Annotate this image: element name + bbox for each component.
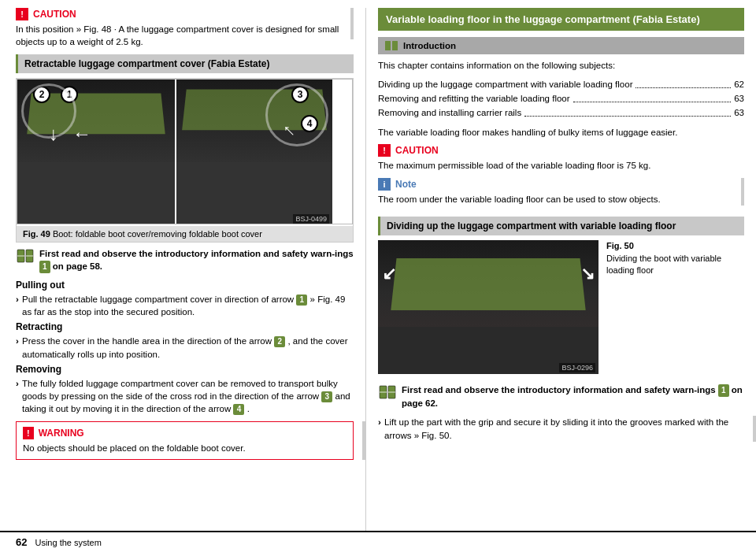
- floor-text: The variable loading floor makes handlin…: [378, 126, 744, 139]
- removing-text-c: .: [247, 404, 250, 413]
- removing-section: Removing The fully folded luggage compar…: [16, 364, 354, 415]
- figure-50-caption: Fig. 50 Dividing the boot with variable …: [606, 240, 744, 276]
- dividing-bullet: Lift up the part with the grip and secur…: [378, 416, 744, 441]
- pulling-out-bullet: Pull the retractable luggage compartment…: [16, 293, 354, 318]
- note-label: Note: [395, 179, 417, 190]
- figure-50-caption-area: Fig. 50 Dividing the boot with variable …: [606, 240, 744, 276]
- left-arrow: ←: [72, 123, 91, 145]
- right-read-warning: First read and observe the introductory …: [378, 383, 744, 409]
- warning-label: WARNING: [39, 428, 84, 439]
- right-caution-box: ! CAUTION The maximum permissible load o…: [378, 144, 744, 172]
- caution-box-top: ! CAUTION In this position » Fig. 48 · A…: [16, 8, 354, 48]
- caution-icon: !: [16, 8, 28, 20]
- figure-50-caption-bold: Fig. 50: [606, 241, 634, 250]
- figure-50-img-wrapper: ↙ ↘ BSJ-0296: [378, 240, 598, 377]
- read-badge: 1: [39, 261, 50, 273]
- figure-retractable: 1 2 ↓ ← 3: [16, 78, 354, 243]
- right-caution-text: The maximum permissible load of the vari…: [378, 159, 650, 172]
- subsection-intro: Introduction: [378, 37, 744, 54]
- right-column: Variable loading floor in the luggage co…: [366, 8, 756, 531]
- figure-50-image: ↙ ↘ BSJ-0296: [378, 240, 598, 374]
- retracting-title: Retracting: [16, 321, 354, 332]
- toc-text-1: Dividing up the luggage compartment with…: [378, 78, 632, 91]
- note-section: i Note The room under the variable loadi…: [378, 178, 744, 211]
- note-icon: i: [378, 178, 391, 191]
- section-header-variable: Variable loading floor in the luggage co…: [378, 8, 744, 31]
- dividing-bullet-wrapper: Lift up the part with the grip and secur…: [378, 416, 744, 441]
- svg-rect-4: [385, 41, 391, 50]
- retracting-section: Retracting Press the cover in the handle…: [16, 321, 354, 360]
- figure-50-caption-text: Dividing the boot with variable loading …: [606, 254, 721, 275]
- warning-icon: !: [23, 427, 34, 439]
- intro-label: Introduction: [403, 41, 456, 50]
- toc-text-2: Removing and refitting the variable load…: [378, 92, 570, 105]
- figure-right-half: 3 4 ↑ BSJ-0499: [175, 80, 332, 224]
- toc-list: Dividing up the luggage compartment with…: [378, 77, 744, 120]
- right-caution-label: CAUTION: [395, 145, 439, 156]
- pulling-out-title: Pulling out: [16, 280, 354, 291]
- book-icon-small: [384, 40, 398, 51]
- toc-dots-3: [524, 106, 731, 117]
- warning-header: ! WARNING: [23, 427, 346, 439]
- retracting-bullet: Press the cover in the handle area in th…: [16, 335, 354, 360]
- read-warning-text: First read and observe the introductory …: [39, 247, 354, 273]
- book-icon-right: [378, 384, 397, 400]
- figure-caption-desc: Boot: foldable boot cover/removing folda…: [53, 229, 262, 239]
- caution-text: In this position » Fig. 48 · A the lugga…: [16, 23, 350, 48]
- inline-num-1: 1: [296, 295, 307, 306]
- right-read-text: First read and observe the introductory …: [402, 383, 744, 409]
- fig-arrow-right: ↘: [580, 264, 595, 284]
- figure-caption: Fig. 49 Boot: foldable boot cover/removi…: [17, 226, 353, 242]
- removing-title: Removing: [16, 364, 354, 375]
- content-area: ! CAUTION In this position » Fig. 48 · A…: [0, 0, 756, 531]
- read-after-text: on page 58.: [53, 261, 102, 271]
- section-header-retractable: Retractable luggage compartment cover (F…: [16, 54, 354, 73]
- inline-num-2: 2: [274, 336, 285, 347]
- figure-left-half: 1 2 ↓ ←: [17, 80, 175, 224]
- toc-dots-1: [636, 78, 731, 88]
- toc-item-1: Dividing up the luggage compartment with…: [378, 77, 744, 91]
- figure-code: BSJ-0499: [293, 214, 329, 224]
- right-caution-icon: !: [378, 144, 391, 157]
- page-number: 62: [16, 536, 27, 548]
- inline-num-3: 3: [321, 391, 332, 402]
- note-box: i Note The room under the variable loadi…: [378, 178, 744, 211]
- toc-page-1: 62: [734, 78, 744, 91]
- toc-page-2: 63: [734, 92, 744, 105]
- intro-text: This chapter contains information on the…: [378, 59, 744, 72]
- read-bold-text: First read and observe the introductory …: [39, 249, 354, 258]
- caution-label: CAUTION: [33, 9, 76, 20]
- book-icon: [16, 248, 35, 264]
- warning-text: No objects should be placed on the folda…: [23, 442, 346, 454]
- read-warning-box: First read and observe the introductory …: [16, 247, 354, 273]
- figure-image: 1 2 ↓ ← 3: [17, 79, 353, 224]
- toc-text-3: Removing and installing carrier rails: [378, 106, 521, 119]
- figure-caption-bold: Fig. 49: [23, 229, 50, 239]
- warning-box: ! WARNING No objects should be placed on…: [16, 421, 354, 460]
- note-text: The room under the variable loading floo…: [378, 193, 661, 206]
- right-read-bold: First read and observe the introductory …: [402, 385, 716, 395]
- left-column: ! CAUTION In this position » Fig. 48 · A…: [0, 8, 366, 531]
- warning-section: ! WARNING No objects should be placed on…: [16, 421, 354, 460]
- right-read-badge: 1: [718, 384, 729, 397]
- pulling-out-section: Pulling out Pull the retractable luggage…: [16, 280, 354, 318]
- figure-50-code: BSJ-0296: [559, 363, 595, 372]
- figure-50-container: ↙ ↘ BSJ-0296 Fig. 50 Dividing the boot w…: [378, 240, 744, 377]
- footer-text: Using the system: [35, 538, 101, 547]
- inline-num-4: 4: [233, 404, 244, 415]
- svg-rect-5: [392, 41, 398, 50]
- page: ! CAUTION In this position » Fig. 48 · A…: [0, 0, 756, 552]
- fig-arrow-left: ↙: [382, 264, 396, 284]
- removing-bullet: The fully folded luggage compartment cov…: [16, 377, 354, 415]
- footer: 62 Using the system: [0, 531, 756, 552]
- toc-dots-2: [573, 92, 732, 102]
- toc-page-3: 63: [734, 106, 744, 119]
- dividing-section-header: Dividing up the luggage compartment with…: [378, 217, 744, 235]
- toc-item-3: Removing and installing carrier rails 63: [378, 106, 744, 120]
- toc-item-2: Removing and refitting the variable load…: [378, 91, 744, 106]
